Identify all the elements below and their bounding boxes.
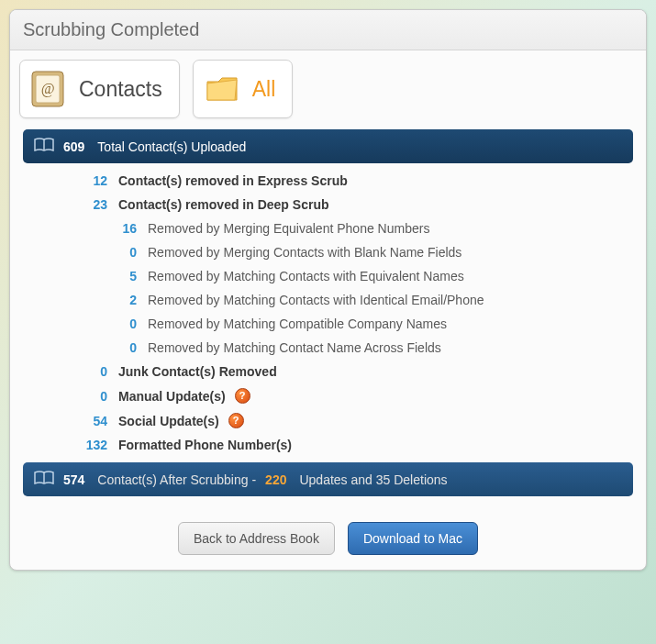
row-count: 0 [23, 364, 118, 379]
folder-icon [201, 68, 243, 110]
tab-contacts[interactable]: @ Contacts [19, 60, 180, 118]
row-count: 0 [23, 389, 118, 404]
updates-count: 220 [265, 472, 286, 487]
row-sub-company: 0 Removed by Matching Compatible Company… [23, 312, 633, 336]
after-label-2: Updates and 35 Deletions [299, 472, 447, 487]
row-junk: 0 Junk Contact(s) Removed [23, 360, 633, 383]
row-formatted: 132 Formatted Phone Number(s) [23, 433, 633, 457]
results-content: 609 Total Contact(s) Uploaded 12 Contact… [10, 118, 646, 509]
row-text: Removed by Matching Compatible Company N… [148, 316, 447, 331]
result-rows: 12 Contact(s) removed in Express Scrub 2… [23, 163, 633, 462]
row-sub-email: 2 Removed by Matching Contacts with Iden… [23, 288, 633, 312]
row-social: 54 Social Update(s) ? [23, 408, 633, 433]
row-text: Removed by Matching Contacts with Identi… [148, 293, 484, 307]
row-count: 54 [23, 414, 118, 428]
scrubbing-panel: Scrubbing Completed @ Contacts All [9, 9, 647, 571]
back-button[interactable]: Back to Address Book [178, 522, 335, 555]
tab-contacts-label: Contacts [79, 77, 162, 102]
row-sub-names: 5 Removed by Matching Contacts with Equi… [23, 264, 633, 288]
row-sub-phone: 16 Removed by Merging Equivalent Phone N… [23, 217, 633, 240]
total-uploaded-bar: 609 Total Contact(s) Uploaded [23, 129, 633, 163]
tab-bar: @ Contacts All [10, 50, 646, 118]
tab-all-label: All [252, 77, 276, 102]
panel-title: Scrubbing Completed [10, 10, 646, 50]
row-count: 5 [23, 269, 148, 283]
row-count: 23 [23, 197, 118, 212]
row-text: Junk Contact(s) Removed [118, 364, 277, 379]
row-text: Manual Update(s) [118, 389, 226, 404]
row-text: Contact(s) removed in Express Scrub [118, 173, 348, 188]
svg-text:@: @ [41, 81, 55, 97]
tab-all[interactable]: All [193, 60, 294, 118]
address-book-icon: @ [28, 68, 70, 110]
row-text: Formatted Phone Number(s) [118, 438, 292, 452]
open-book-icon [34, 471, 54, 488]
after-label-1: Contact(s) After Scrubbing - [97, 472, 256, 487]
row-count: 16 [23, 221, 148, 236]
row-count: 0 [23, 245, 148, 260]
row-sub-blank: 0 Removed by Merging Contacts with Blank… [23, 240, 633, 264]
row-text: Removed by Merging Contacts with Blank N… [148, 245, 461, 260]
row-count: 0 [23, 316, 148, 331]
after-scrubbing-bar: 574 Contact(s) After Scrubbing - 220 Upd… [23, 462, 633, 496]
row-count: 2 [23, 293, 148, 307]
download-button[interactable]: Download to Mac [348, 522, 478, 555]
row-text: Social Update(s) [118, 414, 219, 428]
help-icon[interactable]: ? [228, 413, 244, 428]
row-text: Removed by Merging Equivalent Phone Numb… [148, 221, 429, 236]
footer-buttons: Back to Address Book Download to Mac [10, 509, 646, 570]
total-label: Total Contact(s) Uploaded [97, 139, 246, 154]
row-count: 132 [23, 438, 118, 452]
after-count: 574 [63, 472, 84, 487]
row-text: Contact(s) removed in Deep Scrub [118, 197, 329, 212]
row-manual: 0 Manual Update(s) ? [23, 383, 633, 408]
open-book-icon [34, 138, 54, 155]
total-count: 609 [63, 139, 84, 154]
row-express: 12 Contact(s) removed in Express Scrub [23, 169, 633, 193]
row-count: 0 [23, 340, 148, 355]
row-text: Removed by Matching Contacts with Equiva… [148, 269, 464, 283]
row-sub-cross: 0 Removed by Matching Contact Name Acros… [23, 336, 633, 360]
row-count: 12 [23, 173, 118, 188]
row-text: Removed by Matching Contact Name Across … [148, 340, 441, 355]
row-deep: 23 Contact(s) removed in Deep Scrub [23, 193, 633, 217]
help-icon[interactable]: ? [235, 388, 250, 404]
